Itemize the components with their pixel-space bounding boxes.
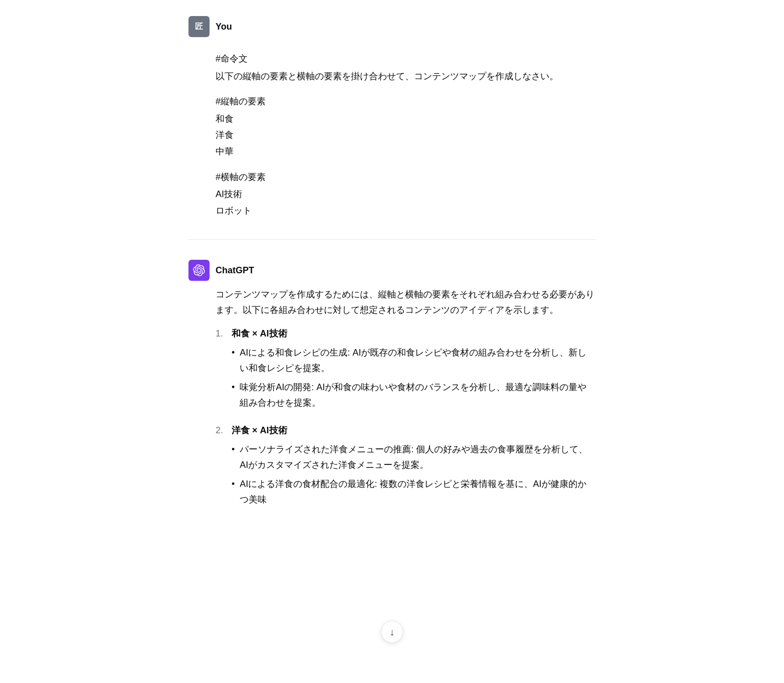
gpt-message-body: コンテンツマップを作成するためには、縦軸と横軸の要素をそれぞれ組み合わせる必要が… — [216, 287, 596, 519]
item-2-title: 洋食 × AI技術 — [232, 423, 596, 438]
item-1-bullets: AIによる和食レシピの生成: AIが既存の和食レシピや食材の組み合わせを分析し、… — [232, 345, 596, 410]
item-2-number: 2. — [216, 423, 228, 511]
bullet-1-2: 味覚分析AIの開発: AIが和食の味わいや食材のバランスを分析し、最適な調味料の… — [232, 380, 596, 410]
list-item-2: 2. 洋食 × AI技術 パーソナライズされた洋食メニューの推薦: 個人の好みや… — [216, 423, 596, 511]
item-1-content: 和食 × AI技術 AIによる和食レシピの生成: AIが既存の和食レシピや食材の… — [232, 326, 596, 415]
item-1-number: 1. — [216, 326, 228, 415]
user-avatar-label: 匠 — [195, 20, 203, 33]
user-name: You — [216, 20, 232, 34]
bullet-1-1: AIによる和食レシピの生成: AIが既存の和食レシピや食材の組み合わせを分析し、… — [232, 345, 596, 376]
vertical-item-0: 和食 — [216, 111, 596, 127]
gpt-name: ChatGPT — [216, 263, 254, 278]
command-header: #命令文 — [216, 51, 596, 67]
item-2-bullets: パーソナライズされた洋食メニューの推薦: 個人の好みや過去の食事履歴を分析して、… — [232, 442, 596, 507]
gpt-message-header: ChatGPT — [188, 260, 596, 281]
gpt-message: ChatGPT コンテンツマップを作成するためには、縦軸と横軸の要素をそれぞれ組… — [188, 260, 596, 519]
horizontal-item-0: AI技術 — [216, 187, 596, 202]
command-text: 以下の縦軸の要素と横軸の要素を掛け合わせて、コンテンツマップを作成しなさい。 — [216, 69, 596, 84]
bullet-2-1: パーソナライズされた洋食メニューの推薦: 個人の好みや過去の食事履歴を分析して、… — [232, 442, 596, 472]
message-divider — [188, 239, 596, 240]
user-message-header: 匠 You — [188, 16, 596, 37]
user-avatar: 匠 — [188, 16, 210, 37]
vertical-item-1: 洋食 — [216, 127, 596, 143]
chatgpt-logo-icon — [193, 264, 205, 276]
list-item-1: 1. 和食 × AI技術 AIによる和食レシピの生成: AIが既存の和食レシピや… — [216, 326, 596, 415]
item-1-title: 和食 × AI技術 — [232, 326, 596, 342]
horizontal-item-1: ロボット — [216, 203, 596, 219]
user-message-body: #命令文 以下の縦軸の要素と横軸の要素を掛け合わせて、コンテンツマップを作成しな… — [216, 43, 596, 219]
user-message: 匠 You #命令文 以下の縦軸の要素と横軸の要素を掛け合わせて、コンテンツマッ… — [188, 16, 596, 219]
gpt-avatar — [188, 260, 210, 281]
chat-container: 匠 You #命令文 以下の縦軸の要素と横軸の要素を掛け合わせて、コンテンツマッ… — [176, 0, 608, 555]
gpt-intro: コンテンツマップを作成するためには、縦軸と横軸の要素をそれぞれ組み合わせる必要が… — [216, 287, 596, 317]
vertical-header: #縦軸の要素 — [216, 94, 596, 109]
item-2-content: 洋食 × AI技術 パーソナライズされた洋食メニューの推薦: 個人の好みや過去の… — [232, 423, 596, 511]
bullet-2-2: AIによる洋食の食材配合の最適化: 複数の洋食レシピと栄養情報を基に、AIが健康… — [232, 476, 596, 507]
content-map-list: 1. 和食 × AI技術 AIによる和食レシピの生成: AIが既存の和食レシピや… — [216, 326, 596, 511]
horizontal-header: #横軸の要素 — [216, 169, 596, 185]
vertical-item-2: 中華 — [216, 144, 596, 159]
